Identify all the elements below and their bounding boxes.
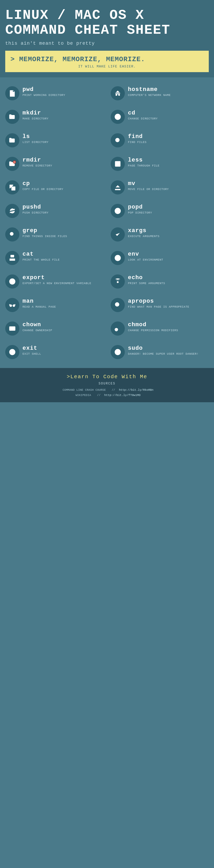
command-card-mkdir: mkdirMAKE DIRECTORY <box>3 106 106 128</box>
plus-icon <box>5 274 19 288</box>
x-icon <box>5 345 19 359</box>
search-icon <box>111 133 125 147</box>
command-name-find: find <box>128 133 146 140</box>
command-desc-sudo: DANGER! BECOME SUPER USER ROOT DANGER! <box>128 352 198 356</box>
svg-point-19 <box>14 259 14 260</box>
svg-rect-30 <box>9 327 15 331</box>
command-card-export: exportEXPORT/SET A NEW ENVIRONMENT VARIA… <box>3 271 106 292</box>
command-name-cat: cat <box>23 251 60 257</box>
book-icon <box>111 157 125 171</box>
memorize-sub: IT WILL MAKE LIFE EASIER. <box>10 65 204 68</box>
command-name-man: man <box>23 298 56 305</box>
svg-rect-12 <box>115 189 121 190</box>
svg-point-13 <box>114 208 121 214</box>
memorize-text: > MEMORIZE, MEMORIZE, MEMORIZE. <box>10 55 204 63</box>
command-name-mkdir: mkdir <box>23 110 48 116</box>
command-card-env: envLOOK AT ENVIRONMENT <box>108 247 211 269</box>
command-card-popd: popdPOP DIRECTORY <box>108 200 211 222</box>
svg-point-24 <box>117 281 119 283</box>
subtitle: this ain't meant to be pretty <box>5 41 209 46</box>
print-icon <box>5 251 19 265</box>
svg-point-33 <box>114 328 118 332</box>
command-desc-env: LOOK AT ENVIRONMENT <box>128 258 163 262</box>
folder-plus-icon <box>5 110 19 124</box>
command-name-chmod: chmod <box>128 321 178 328</box>
command-name-cd: cd <box>128 110 158 116</box>
command-card-echo: echoPRINT SOME ARGUMENTS <box>108 271 211 292</box>
command-desc-export: EXPORT/SET A NEW ENVIRONMENT VARIABLE <box>23 281 91 285</box>
command-desc-exit: EXIT SHELL <box>23 352 41 356</box>
command-card-pushd: pushdPUSH DIRECTORY <box>3 200 106 222</box>
command-card-rmdir: rmdirREMOVE DIRECTORY <box>3 153 106 175</box>
command-card-ls: lsLIST DIRECTORY <box>3 130 106 151</box>
svg-point-14 <box>10 232 14 236</box>
command-card-find: findFIND FILES <box>108 130 211 151</box>
command-desc-chown: CHANGE OWNERSHIP <box>23 329 52 333</box>
doc-icon <box>5 86 19 100</box>
command-name-export: export <box>23 274 91 281</box>
command-desc-pwd: PRINT WORKING DIRECTORY <box>23 93 65 97</box>
command-desc-xargs: EXECUTE ARGUMENTS <box>128 235 160 238</box>
command-name-apropos: apropos <box>128 298 189 305</box>
svg-point-0 <box>114 114 121 120</box>
command-card-man: manREAD A MANUAL PAGE <box>3 294 106 316</box>
svg-point-29 <box>116 304 118 306</box>
command-name-chown: chown <box>23 321 52 328</box>
command-desc-apropos: FIND WHAT MAN PAGE IS APPROPRIATE <box>128 305 189 309</box>
source2-url[interactable]: http://bit.ly/fT0w1MD <box>104 394 141 397</box>
command-name-cp: cp <box>23 180 63 187</box>
upload-icon <box>111 204 125 218</box>
command-desc-cat: PRINT THE WHOLE FILE <box>23 258 60 262</box>
svg-point-1 <box>115 138 119 142</box>
command-name-xargs: xargs <box>128 227 160 234</box>
commands-grid: pwdPRINT WORKING DIRECTORYhostnameCOMPUT… <box>3 83 211 363</box>
source2-name: WIKIPEDIA <box>76 394 91 397</box>
command-desc-mv: MOVE FILE OR DIRECTORY <box>128 187 169 191</box>
command-card-cat: catPRINT THE WHOLE FILE <box>3 247 106 269</box>
key-icon <box>111 321 125 336</box>
command-name-ls: ls <box>23 133 48 140</box>
svg-rect-18 <box>11 259 14 260</box>
command-desc-hostname: COMPUTER'S NETWORK NAME <box>128 93 170 97</box>
command-desc-find: FIND FILES <box>128 141 146 144</box>
svg-point-27 <box>12 305 15 307</box>
command-card-cd: cdCHANGE DIRECTORY <box>108 106 211 128</box>
command-desc-popd: POP DIRECTORY <box>128 211 152 215</box>
command-name-pwd: pwd <box>23 86 65 93</box>
svg-point-34 <box>9 349 15 355</box>
command-desc-man: READ A MANUAL PAGE <box>23 305 56 309</box>
command-desc-grep: FIND THINGS INSIDE FILES <box>23 235 67 238</box>
glasses-icon <box>5 298 19 312</box>
svg-rect-17 <box>10 255 14 257</box>
footer-sources-label: SOURCES <box>5 382 209 385</box>
command-card-mv: mvMOVE FILE OR DIRECTORY <box>108 177 211 198</box>
command-desc-less: PAGE THROUGH FILE <box>128 164 160 168</box>
move-icon <box>111 180 125 194</box>
command-name-env: env <box>128 251 163 257</box>
home-icon <box>111 86 125 100</box>
command-card-pwd: pwdPRINT WORKING DIRECTORY <box>3 83 106 104</box>
command-name-exit: exit <box>23 345 41 351</box>
copy-icon <box>5 180 19 194</box>
command-name-mv: mv <box>128 180 169 187</box>
command-card-apropos: aproposFIND WHAT MAN PAGE IS APPROPRIATE <box>108 294 211 316</box>
source1-name: COMMAND LINE CRASH COURSE <box>62 389 106 392</box>
command-desc-cp: COPY FILE OR DIRECTORY <box>23 187 63 191</box>
footer-links: COMMAND LINE CRASH COURSE // http://bit.… <box>5 388 209 398</box>
command-name-hostname: hostname <box>128 86 170 93</box>
command-name-less: less <box>128 157 160 163</box>
folder-icon <box>5 133 19 147</box>
search2-icon <box>111 298 125 312</box>
command-card-exit: exitEXIT SHELL <box>3 341 106 363</box>
command-card-cp: cpCOPY FILE OR DIRECTORY <box>3 177 106 198</box>
svg-point-37 <box>114 349 121 355</box>
command-card-xargs: xargsEXECUTE ARGUMENTS <box>108 224 211 245</box>
header-section: LINUX / MAC OS X COMMAND CHEAT SHEET thi… <box>0 0 214 78</box>
exclaim-icon <box>111 345 125 359</box>
command-card-chmod: chmodCHANGE PERMISSION MODIFIERS <box>108 318 211 339</box>
command-desc-pushd: PUSH DIRECTORY <box>23 211 48 215</box>
command-card-hostname: hostnameCOMPUTER'S NETWORK NAME <box>108 83 211 104</box>
source1-url[interactable]: http://bit.ly/RkoRBn <box>119 389 154 392</box>
command-desc-rmdir: REMOVE DIRECTORY <box>23 164 52 168</box>
command-card-less: lessPAGE THROUGH FILE <box>108 153 211 175</box>
